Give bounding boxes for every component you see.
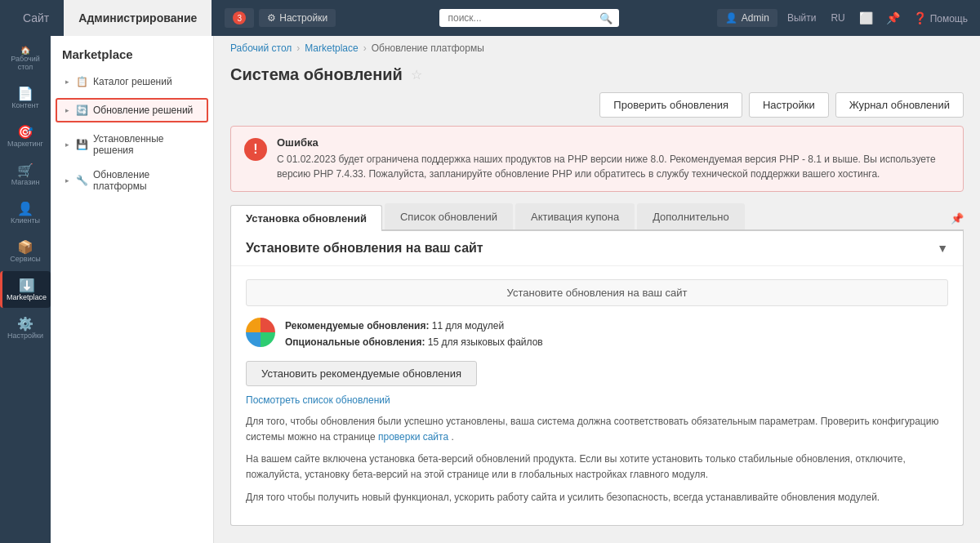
search-icon: 🔍 xyxy=(599,12,612,24)
user-icon: 👤 xyxy=(725,12,737,24)
main-layout: 🏠 Рабочий стол 📄 Контент 🎯 Маркетинг 🛒 М… xyxy=(0,36,980,543)
search-area: 🔍 xyxy=(336,9,717,27)
dashboard-icon: 🏠 xyxy=(20,46,30,55)
sidebar-item-content[interactable]: 📄 Контент xyxy=(0,79,51,116)
optional-suffix: для языковых файлов xyxy=(441,336,542,348)
sidebar: Marketplace ▸ 📋 Каталог решений ▸ 🔄 Обно… xyxy=(51,36,214,543)
install-recommended-button[interactable]: Установить рекомендуемые обновления xyxy=(246,361,477,386)
settings-button[interactable]: Настройки xyxy=(749,92,829,118)
update-log-button[interactable]: Журнал обновлений xyxy=(835,92,964,118)
sidebar-item-installed[interactable]: ▸ 💾 Установленные решения xyxy=(51,128,213,161)
breadcrumb-dashboard[interactable]: Рабочий стол xyxy=(230,42,292,54)
tab-extra[interactable]: Дополнительно xyxy=(637,203,745,229)
help-button[interactable]: ❓ Помощь xyxy=(909,8,972,28)
view-list-link[interactable]: Посмотреть список обновлений xyxy=(246,394,948,406)
breadcrumb-current: Обновление платформы xyxy=(372,42,484,54)
notifications-button[interactable]: 3 xyxy=(225,8,254,28)
sidebar-item-dashboard[interactable]: 🏠 Рабочий стол xyxy=(0,39,51,78)
marketing-icon: 🎯 xyxy=(17,124,33,140)
settings-topbar-button[interactable]: ⚙ Настройки xyxy=(259,9,336,27)
breadcrumb-sep2: › xyxy=(363,42,367,54)
arrow-icon-active: ▸ xyxy=(65,106,69,114)
main-content: Рабочий стол › Marketplace › Обновление … xyxy=(214,36,980,543)
panel-body: Установите обновления на ваш сайт Рекоме… xyxy=(231,266,963,525)
recommended-count: 11 xyxy=(432,320,443,332)
error-block: ! Ошибка С 01.02.2023 будет ограничена п… xyxy=(230,126,964,192)
sidebar-item-clients[interactable]: 👤 Клиенты xyxy=(0,194,51,231)
search-input[interactable] xyxy=(439,9,619,27)
sidebar-item-marketplace[interactable]: ⬇️ Marketplace xyxy=(0,271,51,308)
action-bar: Проверить обновления Настройки Журнал об… xyxy=(214,92,980,126)
sidebar-item-services[interactable]: 📦 Сервисы xyxy=(0,233,51,269)
error-content: Ошибка С 01.02.2023 будет ограничена под… xyxy=(277,136,950,181)
arrow-icon: ▸ xyxy=(65,78,69,86)
sidebar-item-shop[interactable]: 🛒 Магазин xyxy=(0,156,51,193)
topbar: Сайт Администрирование 3 ⚙ Настройки 🔍 👤… xyxy=(0,0,980,36)
sidebar-item-marketing[interactable]: 🎯 Маркетинг xyxy=(0,118,51,154)
window-icon[interactable]: ⬜ xyxy=(855,8,877,28)
platform-icon: 🔧 xyxy=(76,175,88,186)
check-updates-button[interactable]: Проверить обновления xyxy=(599,92,742,118)
services-icon: 📦 xyxy=(17,239,33,255)
collapse-icon: ▼ xyxy=(937,242,948,255)
recommended-suffix: для модулей xyxy=(445,320,504,332)
breadcrumb-marketplace[interactable]: Marketplace xyxy=(305,42,358,54)
shop-icon: 🛒 xyxy=(17,162,33,178)
install-header: Установите обновления на ваш сайт xyxy=(246,279,948,306)
tab-coupon[interactable]: Активация купона xyxy=(515,203,635,229)
page-header: Система обновлений ☆ xyxy=(214,60,980,92)
tab-site[interactable]: Сайт xyxy=(8,0,64,36)
desc1: Для того, чтобы обновления были успешно … xyxy=(246,414,948,445)
pin-icon[interactable]: 📌 xyxy=(951,212,964,225)
arrow-icon-installed: ▸ xyxy=(65,140,69,149)
content-icon: 📄 xyxy=(17,86,33,101)
lang-button[interactable]: RU xyxy=(826,9,849,27)
sidebar-item-update-solutions[interactable]: ▸ 🔄 Обновление решений xyxy=(56,98,208,122)
page-title: Система обновлений xyxy=(230,65,403,84)
topbar-right: 👤 Admin Выйти RU ⬜ 📌 ❓ Помощь xyxy=(717,8,972,28)
desc3: Для того чтобы получить новый функционал… xyxy=(246,490,948,505)
error-title: Ошибка xyxy=(277,136,950,149)
sidebar-group-catalog: ▸ 📋 Каталог решений xyxy=(51,69,213,94)
sidebar-group-installed: ▸ 💾 Установленные решения xyxy=(51,127,213,162)
tabs-bar: Установка обновлений Список обновлений А… xyxy=(230,203,964,231)
site-check-link[interactable]: проверки сайта xyxy=(378,431,448,443)
sidebar-group-update-solutions: ▸ 🔄 Обновление решений xyxy=(51,94,213,127)
recommended-label: Рекомендуемые обновления: xyxy=(285,320,429,332)
tab-list[interactable]: Список обновлений xyxy=(385,203,513,229)
installed-icon: 💾 xyxy=(76,139,88,150)
update-info: Рекомендуемые обновления: 11 для модулей… xyxy=(246,318,948,351)
desc2: На вашем сайте включена установка бета-в… xyxy=(246,452,948,483)
tab-install[interactable]: Установка обновлений xyxy=(230,205,382,231)
content-panel: Установите обновления на ваш сайт ▼ Уста… xyxy=(230,231,964,526)
sidebar-group-platform: ▸ 🔧 Обновление платформы xyxy=(51,162,213,198)
marketplace-icon: ⬇️ xyxy=(19,278,35,293)
panel-title: Установите обновления на ваш сайт xyxy=(246,241,483,256)
marketplace-logo xyxy=(246,318,275,347)
sidebar-item-settings[interactable]: ⚙️ Настройки xyxy=(0,309,51,346)
breadcrumb-sep1: › xyxy=(296,42,300,54)
left-nav: 🏠 Рабочий стол 📄 Контент 🎯 Маркетинг 🛒 М… xyxy=(0,36,51,543)
user-button[interactable]: 👤 Admin xyxy=(717,9,777,27)
error-icon: ! xyxy=(244,138,267,161)
logout-button[interactable]: Выйти xyxy=(782,9,822,27)
panel-header[interactable]: Установите обновления на ваш сайт ▼ xyxy=(231,231,963,266)
error-text: С 01.02.2023 будет ограничена поддержка … xyxy=(277,152,950,181)
update-solutions-icon: 🔄 xyxy=(76,105,88,116)
sidebar-title: Marketplace xyxy=(51,36,213,69)
optional-label: Опциональные обновления: xyxy=(285,336,425,348)
clients-icon: 👤 xyxy=(17,201,33,216)
breadcrumb: Рабочий стол › Marketplace › Обновление … xyxy=(214,36,980,60)
settings-icon: ⚙️ xyxy=(17,316,33,332)
gear-icon: ⚙ xyxy=(267,12,276,24)
catalog-icon: 📋 xyxy=(76,76,88,87)
tab-admin[interactable]: Администрирование xyxy=(64,0,212,36)
arrow-icon-platform: ▸ xyxy=(65,176,69,185)
pin-topbar-icon[interactable]: 📌 xyxy=(882,8,904,28)
favorite-star-icon[interactable]: ☆ xyxy=(411,67,422,82)
update-text: Рекомендуемые обновления: 11 для модулей… xyxy=(285,318,543,351)
optional-count: 15 xyxy=(428,336,439,348)
notifications-badge: 3 xyxy=(233,11,246,24)
sidebar-item-catalog[interactable]: ▸ 📋 Каталог решений xyxy=(51,71,213,92)
sidebar-item-platform-update[interactable]: ▸ 🔧 Обновление платформы xyxy=(51,164,213,197)
